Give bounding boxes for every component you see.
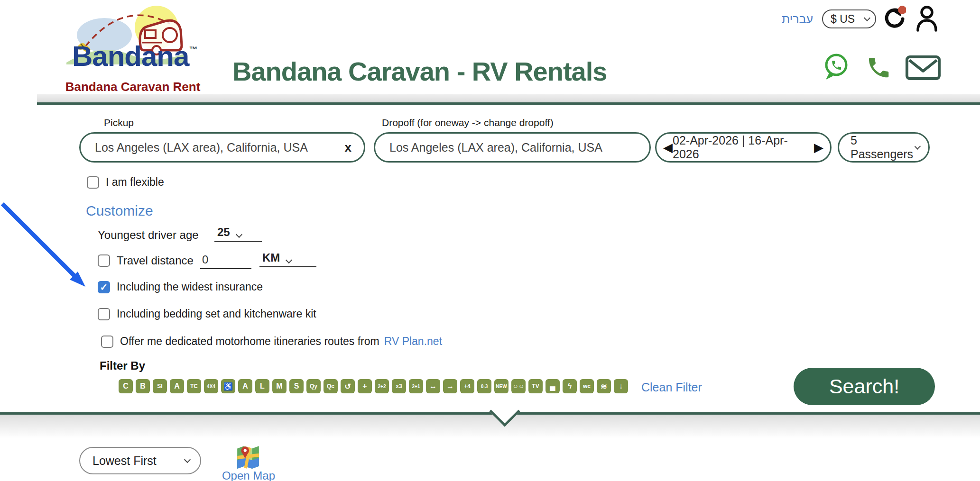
travel-distance-input[interactable] — [200, 253, 251, 269]
filter-si-icon[interactable]: SI — [153, 379, 167, 393]
filter-qy-icon[interactable]: Qy — [306, 379, 321, 393]
filter-wheelchair-icon[interactable]: ♿ — [221, 379, 235, 393]
page-title: Bandana Caravan - RV Rentals — [232, 56, 599, 87]
language-link[interactable]: עברית — [782, 12, 813, 26]
rv-plan-link[interactable]: RV Plan.net — [384, 335, 442, 348]
page: Bandana™ Bandana Caravan Rent Bandana Ca… — [0, 0, 980, 481]
reset-button[interactable] — [881, 6, 906, 32]
youngest-driver-select[interactable]: 25 — [214, 226, 262, 242]
chevron-down-icon — [184, 456, 191, 463]
pickup-clear-button[interactable]: x — [340, 140, 351, 155]
filter-power-icon[interactable]: ϟ — [563, 379, 577, 393]
account-button[interactable] — [915, 5, 939, 34]
flexible-checkbox[interactable] — [87, 176, 99, 189]
chevron-down-icon — [864, 15, 870, 21]
person-icon — [915, 5, 939, 32]
youngest-driver-label: Youngest driver age — [98, 228, 199, 242]
open-map-label[interactable]: Open Map — [219, 469, 278, 481]
pickup-value: Los Angeles (LAX area), California, USA — [95, 141, 308, 154]
logo-subtitle: Bandana Caravan Rent — [62, 80, 204, 94]
flexible-label: I am flexible — [106, 176, 164, 189]
passengers-select[interactable]: 5 Passengers — [838, 132, 930, 163]
itineraries-checkbox[interactable] — [101, 336, 113, 348]
logo[interactable]: Bandana™ Bandana Caravan Rent — [62, 3, 204, 93]
bedding-checkbox[interactable] — [98, 308, 110, 320]
date-range-picker[interactable]: ◀ 02-Apr-2026 | 16-Apr-2026 ▶ — [655, 132, 832, 163]
bedding-label: Including bedding set and kitchenware ki… — [117, 308, 316, 320]
sort-value: Lowest First — [92, 454, 157, 468]
map-icon — [236, 444, 260, 470]
travel-distance-unit: KM — [262, 251, 280, 264]
filter-size-m-icon[interactable]: M — [272, 379, 287, 393]
panel-bottom-line — [0, 412, 980, 415]
insurance-label: Including the widest insurance — [117, 281, 263, 293]
filter-class-b-icon[interactable]: B — [136, 379, 150, 393]
itineraries-row: Offer me dedicated motorhome itineraries… — [101, 335, 442, 348]
filter-tv-icon[interactable]: TV — [528, 379, 543, 393]
filter-width-icon[interactable]: ↔ — [426, 379, 440, 393]
filter-truck-camper-icon[interactable]: TC — [187, 379, 201, 393]
filter-plus4-icon[interactable]: +4 — [460, 379, 474, 393]
filter-2plus2-icon[interactable]: 2+2 — [375, 379, 389, 393]
phone-icon — [864, 53, 891, 80]
filter-new-icon[interactable]: NEW — [494, 379, 508, 393]
travel-distance-label: Travel distance — [117, 254, 194, 267]
filter-bed-icon[interactable]: ▄ — [545, 379, 560, 393]
itineraries-label: Offer me dedicated motorhome itineraries… — [120, 335, 379, 348]
flexible-row: I am flexible — [87, 176, 164, 189]
filter-class-a-icon[interactable]: A — [170, 379, 184, 393]
youngest-driver-value: 25 — [217, 226, 230, 239]
sort-select[interactable]: Lowest First — [79, 447, 201, 474]
filter-qc-icon[interactable]: Qc — [324, 379, 338, 393]
filter-rotate-icon[interactable]: ↺ — [341, 379, 355, 393]
phone-button[interactable] — [864, 53, 891, 82]
filter-class-c-icon[interactable]: C — [119, 379, 133, 393]
panel-bottom-band — [0, 415, 980, 438]
filter-rv-down-icon[interactable]: ↓ — [614, 379, 628, 393]
logo-brand: Bandana™ — [72, 40, 197, 73]
currency-select[interactable]: $ US — [822, 9, 876, 28]
filter-size-s-icon[interactable]: S — [289, 379, 304, 393]
filter-automatic-icon[interactable]: A — [238, 379, 252, 393]
date-prev-icon[interactable]: ◀ — [663, 141, 673, 154]
date-range-value: 02-Apr-2026 | 16-Apr-2026 — [673, 134, 814, 161]
search-button[interactable]: Search! — [794, 368, 935, 405]
chevron-down-icon — [236, 231, 242, 238]
annotation-arrow-icon — [0, 199, 95, 294]
envelope-icon — [905, 55, 941, 82]
filter-person-plus-icon[interactable]: + — [358, 379, 372, 393]
filter-icons-row: CBSIATC4X4♿ALMSQyQc↺+2+2x32+1↔→+40-3NEW☺… — [119, 379, 628, 393]
header-divider — [37, 94, 980, 105]
insurance-checkbox[interactable] — [98, 281, 110, 293]
date-next-icon[interactable]: ▶ — [814, 141, 823, 154]
filter-age-0-3-icon[interactable]: 0-3 — [477, 379, 491, 393]
filter-shower-icon[interactable]: ≋ — [597, 379, 611, 393]
filter-people-icon[interactable]: ☺☺ — [511, 379, 526, 393]
pickup-input[interactable]: Los Angeles (LAX area), California, USA … — [79, 132, 365, 163]
whatsapp-button[interactable] — [822, 52, 851, 83]
open-map-button[interactable] — [236, 444, 260, 472]
trademark: ™ — [189, 45, 197, 54]
whatsapp-icon — [822, 52, 851, 82]
clean-filter-link[interactable]: Clean Filter — [641, 381, 702, 394]
travel-distance-checkbox[interactable] — [98, 254, 110, 267]
pickup-label: Pickup — [104, 117, 134, 128]
filter-x3-icon[interactable]: x3 — [392, 379, 406, 393]
dropoff-label: Dropoff (for oneway -> change dropoff) — [382, 117, 554, 128]
insurance-row: Including the widest insurance — [98, 281, 263, 293]
dropoff-value: Los Angeles (LAX area), California, USA — [389, 141, 602, 154]
travel-distance-row: Travel distance — [98, 254, 194, 267]
dropoff-input[interactable]: Los Angeles (LAX area), California, USA — [374, 132, 651, 163]
filter-size-l-icon[interactable]: L — [255, 379, 269, 393]
customize-link[interactable]: Customize — [86, 203, 153, 219]
bedding-row: Including bedding set and kitchenware ki… — [98, 308, 316, 320]
passengers-value: 5 Passengers — [851, 134, 915, 161]
filter-rv-length-icon[interactable]: → — [443, 379, 457, 393]
filter-family-plus-icon[interactable]: 2+1 — [409, 379, 423, 393]
filter-4x4-icon[interactable]: 4X4 — [204, 379, 218, 393]
email-button[interactable] — [905, 55, 941, 83]
chevron-down-icon — [286, 257, 292, 263]
travel-distance-unit-select[interactable]: KM — [259, 251, 316, 267]
filter-wc-icon[interactable]: wc — [580, 379, 594, 393]
filter-by-label: Filter By — [100, 359, 145, 372]
